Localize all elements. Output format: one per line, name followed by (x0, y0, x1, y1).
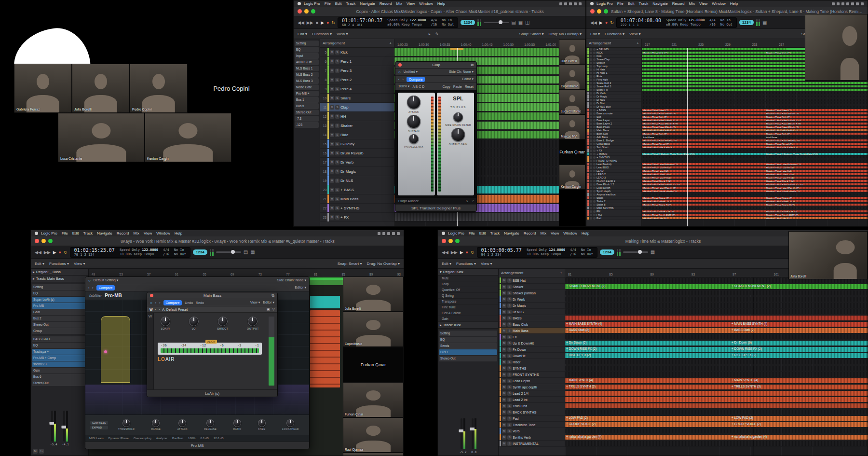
track-header[interactable]: 12 M S HH (320, 112, 394, 121)
track-header[interactable]: LEAD 2 (586, 173, 641, 176)
mute-button[interactable] (590, 163, 592, 166)
solo-button[interactable]: S (335, 206, 339, 210)
audio-region[interactable]: Making Time Lead (4) Making Time Lead (4… (642, 170, 868, 172)
menu-item[interactable]: Window (419, 1, 433, 6)
mute-button[interactable] (590, 79, 592, 81)
track-header[interactable]: Lead Melody (586, 163, 641, 166)
track-header[interactable]: MIDI SYNTHS (586, 207, 641, 210)
strip-slot[interactable]: Bus 1 (439, 349, 497, 355)
menu-item[interactable]: Logic Pro (597, 1, 613, 6)
audio-region[interactable]: Making Time Sub (2) Making Time Sub (2) (642, 116, 868, 118)
audio-region[interactable] (565, 410, 868, 415)
track-lane[interactable]: Making Time Lead Depth (2) Making Time L… (642, 186, 868, 190)
audio-region[interactable]: Making Time Sub Short (2) Making Time Su… (642, 146, 868, 148)
solo-button[interactable]: S (335, 215, 339, 220)
menu-item[interactable]: View (144, 231, 152, 235)
track-header[interactable]: 7 M S Perc 3 (320, 66, 394, 75)
stop-button[interactable]: ■ (316, 20, 318, 25)
parallel-mix-knob[interactable] (409, 134, 419, 144)
pointer-tool-icon[interactable]: ▸ (429, 32, 431, 36)
mute-button[interactable] (590, 65, 592, 68)
save-icon[interactable]: ▣ (267, 307, 270, 311)
solo-button[interactable] (593, 48, 596, 51)
load-icon[interactable]: ▽ (272, 307, 275, 311)
region-field[interactable]: Fine Tune (438, 304, 498, 310)
track-lane[interactable]: Making Time Sub Short (2) Making Time Su… (642, 146, 868, 149)
inspector-item[interactable]: NLS Buss 2 (295, 72, 319, 78)
track-header[interactable]: Sub (586, 115, 641, 119)
solo-button[interactable] (593, 156, 596, 159)
track-lane[interactable] (565, 397, 868, 403)
teal-region-block[interactable] (310, 296, 340, 308)
strip-slot[interactable]: Bus 2 (32, 316, 87, 321)
solo-button[interactable] (593, 119, 596, 122)
minimize-button[interactable] (41, 239, 46, 243)
master-volume-slider[interactable] (623, 251, 648, 253)
strip-slot[interactable]: Pro-MB + Comp (32, 355, 87, 361)
play-button[interactable]: ▶ (460, 250, 463, 255)
menu-item[interactable]: Track (83, 231, 93, 235)
menu-item[interactable]: Navigate (360, 1, 375, 6)
track-header[interactable]: 17 M S Dr Verb (320, 158, 394, 167)
sidechain-menu[interactable]: Side Ch: None ▾ (449, 70, 474, 74)
track-header[interactable]: M S Trackston Tone (499, 422, 565, 428)
window-title-bar[interactable]: Copini - After Chaos Mix&Master.logicx -… (294, 7, 585, 16)
track-header[interactable]: LEAD 3 (586, 176, 641, 180)
audio-region[interactable]: Making Time Bass Pluck 2 (2) Making Time… (642, 119, 868, 121)
menu-item[interactable]: Track (346, 1, 355, 6)
track-header[interactable]: Snare Roll 3 (586, 85, 641, 88)
track-header[interactable]: 13 M S Shaker (320, 121, 394, 130)
track-header[interactable]: M S DownHit (499, 353, 565, 359)
record-button[interactable]: ● (605, 20, 608, 25)
track-header[interactable]: M S Dr Magic (499, 303, 565, 309)
track-lane[interactable] (565, 409, 868, 415)
functions-menu[interactable]: Functions ▾ (312, 32, 332, 36)
solo-button[interactable]: S (335, 59, 339, 64)
audio-region[interactable]: Making Time Bass (2) Making Time Bass (2… (642, 109, 868, 111)
strip-slot[interactable]: Stereo Out (32, 322, 87, 328)
audio-region[interactable] (642, 193, 868, 195)
mute-button[interactable] (590, 200, 592, 203)
audio-region[interactable] (565, 334, 868, 339)
footer-item[interactable]: MIDI Learn (89, 437, 104, 440)
track-header[interactable]: Anyma lead bus (586, 193, 641, 196)
minimize-button[interactable] (448, 239, 453, 243)
solo-button[interactable]: S (335, 179, 339, 183)
solo-button[interactable] (593, 150, 596, 152)
track-header[interactable]: M S Synths Verb (499, 434, 565, 441)
mute-button[interactable] (590, 136, 592, 138)
record-button[interactable]: ● (59, 250, 61, 255)
track-header[interactable]: Stabs 2 (586, 200, 641, 203)
track-header[interactable]: 5 M S Kick (320, 48, 394, 57)
mute-button[interactable] (590, 62, 592, 64)
track-header[interactable]: Dr NLS (586, 98, 641, 102)
track-header[interactable]: KICK (586, 51, 641, 55)
strip-slot[interactable]: Gain (32, 309, 87, 315)
track-header[interactable]: M S Verb (499, 428, 565, 434)
track-lane[interactable]: Making Time Lead Melody (2) Making Time … (642, 163, 868, 166)
solo-button[interactable] (593, 106, 596, 108)
solo-button[interactable] (593, 99, 596, 101)
track-lane[interactable]: Making Time Stabs (2) Making Time Stabs … (642, 196, 868, 200)
track-header[interactable]: 11 M S Clap (320, 103, 394, 112)
track-header[interactable]: + MUSIC (586, 152, 641, 156)
view-menu[interactable]: View ▾ (481, 262, 492, 266)
plugin-preset-menu[interactable]: Default Setting ▾ (94, 278, 118, 282)
solo-button[interactable] (593, 177, 596, 179)
cycle-button[interactable]: ↻ (64, 250, 68, 255)
audio-region[interactable]: Making Time Lead 3 (4) Making Time Lead … (642, 177, 868, 179)
mute-button[interactable] (590, 153, 592, 155)
track-header[interactable]: M S Pad (499, 415, 565, 422)
cycle-button[interactable]: ↻ (471, 250, 475, 255)
functions-menu[interactable]: Functions ▾ (456, 262, 476, 266)
track-lane[interactable]: + Dn Down (6) + Dn Down (6) (565, 340, 868, 346)
inspector-item[interactable]: Setting (295, 41, 319, 46)
mute-button[interactable] (590, 99, 592, 101)
solo-button[interactable] (593, 197, 596, 199)
menu-item[interactable]: Window (712, 1, 725, 6)
track-lane[interactable]: Making Time Synth FM2 (2) Making Time Sy… (642, 213, 868, 217)
track-header[interactable]: Shaker (586, 61, 641, 65)
track-lane[interactable]: + RISE UP FX (2) + RISE UP FX (2) (565, 353, 868, 359)
copy-button[interactable]: Copy (442, 85, 450, 88)
footer-item[interactable]: 0.0 dB (200, 437, 208, 440)
